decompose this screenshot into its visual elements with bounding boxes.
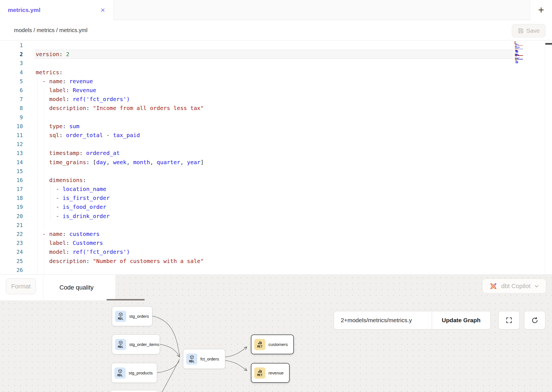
lineage-filter-input[interactable]: [334, 311, 432, 329]
model-cube-icon: [118, 369, 123, 374]
code-line[interactable]: 21: [0, 221, 545, 230]
badge-label: MET: [257, 374, 263, 377]
dbt-copilot-button[interactable]: dbt Copilot: [482, 279, 546, 293]
line-number[interactable]: 21: [0, 222, 23, 228]
code-line[interactable]: 3: [0, 59, 545, 68]
line-number[interactable]: 16: [0, 177, 23, 183]
code-text: [34, 41, 545, 50]
lineage-canvas[interactable]: MDLstg_ordersMDLstg_order_itemsMDLstg_pr…: [0, 300, 552, 392]
line-number[interactable]: 18: [0, 195, 23, 201]
model-cube-icon: [118, 340, 123, 345]
line-number[interactable]: 26: [0, 267, 23, 273]
line-number[interactable]: 20: [0, 213, 23, 219]
code-line[interactable]: 10 type: sum: [0, 122, 545, 131]
code-line[interactable]: 19 - is_food_order: [0, 202, 545, 211]
line-number[interactable]: 1: [0, 42, 23, 48]
line-number[interactable]: 19: [0, 204, 23, 210]
lineage-filter-group: Update Graph: [334, 311, 491, 329]
code-line[interactable]: 4metrics:: [0, 68, 545, 77]
lineage-node-partial[interactable]: [110, 390, 158, 392]
line-number[interactable]: 15: [0, 168, 23, 174]
line-number[interactable]: 8: [0, 105, 23, 111]
tab-strip-empty: [114, 0, 530, 20]
line-number[interactable]: 25: [0, 258, 23, 264]
code-line[interactable]: 24 model: ref('fct_orders'): [0, 247, 545, 256]
line-number[interactable]: 11: [0, 132, 23, 138]
line-number[interactable]: 23: [0, 240, 23, 246]
minimap[interactable]: [514, 41, 534, 63]
line-number[interactable]: 4: [0, 69, 23, 75]
tab-code-quality[interactable]: Code quality: [59, 275, 93, 300]
code-line[interactable]: 6 label: Revenue: [0, 86, 545, 95]
line-number[interactable]: 24: [0, 249, 23, 255]
indent-guide: [37, 167, 37, 176]
node-label: stg_orders: [129, 314, 149, 319]
format-button[interactable]: Format: [6, 278, 36, 294]
code-text: - is_drink_order: [34, 212, 545, 221]
code-line[interactable]: 26: [0, 266, 545, 274]
new-tab-button[interactable]: +: [530, 0, 552, 20]
code-line[interactable]: 13 timestamp: ordered_at: [0, 149, 545, 157]
line-number[interactable]: 22: [0, 231, 23, 237]
indent-guide: [44, 221, 44, 230]
editor-scrollbar[interactable]: [545, 40, 552, 274]
lineage-node-customers[interactable]: METcustomers: [251, 334, 294, 354]
metric-chart-icon: [258, 341, 262, 345]
code-line[interactable]: 5 - name: revenue: [0, 77, 545, 86]
lineage-controls: Update Graph: [334, 311, 545, 329]
line-number[interactable]: 3: [0, 60, 23, 66]
fullscreen-icon: [505, 317, 513, 324]
scrollbar-thumb[interactable]: [545, 43, 552, 45]
tab-metrics-yml[interactable]: metrics.yml ✕: [0, 0, 114, 20]
code-line[interactable]: 11 sql: order_total - tax_paid: [0, 131, 545, 140]
line-number[interactable]: 7: [0, 96, 23, 102]
code-text: - is_food_order: [34, 202, 545, 211]
lineage-node-stg_products[interactable]: MDLstg_products: [111, 363, 157, 383]
refresh-button[interactable]: [524, 311, 545, 329]
code-line[interactable]: 23 label: Customers: [0, 238, 545, 247]
code-line[interactable]: 18 - is_first_order: [0, 193, 545, 202]
line-number[interactable]: 10: [0, 123, 23, 129]
update-graph-button[interactable]: Update Graph: [432, 311, 490, 329]
code-text: sql: order_total - tax_paid: [34, 131, 545, 140]
lineage-node-stg_orders[interactable]: MDLstg_orders: [112, 306, 152, 326]
code-line[interactable]: 16 dimensions:: [0, 176, 545, 185]
model-badge: MDL: [115, 339, 126, 350]
line-number[interactable]: 9: [0, 114, 23, 120]
code-line[interactable]: 22 - name: customers: [0, 230, 545, 238]
code-line[interactable]: 14 time_grains: [day, week, month, quart…: [0, 157, 545, 166]
code-text: metrics:: [34, 68, 545, 77]
line-number[interactable]: 12: [0, 141, 23, 147]
code-line[interactable]: 17 - location_name: [0, 185, 545, 193]
code-line[interactable]: 9: [0, 113, 545, 122]
badge-label: MDL: [118, 345, 123, 348]
node-label: fct_orders: [200, 357, 219, 361]
save-button[interactable]: Save: [512, 24, 546, 37]
code-line[interactable]: 25 description: "Number of customers wit…: [0, 257, 545, 266]
line-number[interactable]: 14: [0, 159, 23, 165]
lineage-node-fct_orders[interactable]: MDLfct_orders: [183, 349, 225, 369]
line-number[interactable]: 5: [0, 78, 23, 84]
line-number[interactable]: 17: [0, 186, 23, 192]
code-editor[interactable]: 12version: 234metrics:5 - name: revenue6…: [0, 40, 552, 274]
code-line[interactable]: 15: [0, 167, 545, 176]
lineage-node-stg_order_items[interactable]: MDLstg_order_items: [112, 334, 160, 354]
code-line[interactable]: 1: [0, 41, 545, 50]
model-badge: MDL: [114, 367, 126, 379]
code-text: time_grains: [day, week, month, quarter,…: [34, 157, 545, 166]
line-number[interactable]: 13: [0, 150, 23, 156]
code-line[interactable]: 12: [0, 140, 545, 149]
bottom-bar-divider: [43, 275, 43, 300]
line-number[interactable]: 2: [0, 51, 23, 57]
code-line[interactable]: 2version: 2: [0, 50, 545, 59]
code-text: [34, 59, 545, 68]
code-line[interactable]: 20 - is_drink_order: [0, 212, 545, 221]
code-text: [34, 167, 545, 176]
fullscreen-button[interactable]: [498, 311, 520, 329]
line-number[interactable]: 6: [0, 87, 23, 93]
code-line[interactable]: 8 description: "Income from all orders l…: [0, 104, 545, 113]
indent-guide: [44, 113, 44, 122]
lineage-node-revenue[interactable]: METrevenue: [251, 363, 290, 383]
code-line[interactable]: 7 model: ref('fct_orders'): [0, 95, 545, 104]
close-icon[interactable]: ✕: [100, 7, 105, 13]
